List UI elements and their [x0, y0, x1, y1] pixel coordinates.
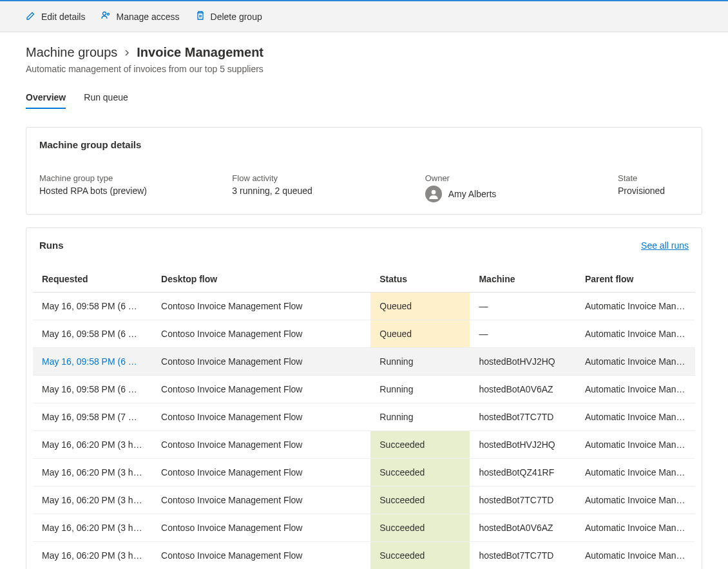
cell-status: Queued	[370, 293, 470, 320]
cell-parent: Automatic Invoice Manage…	[576, 320, 695, 348]
col-header-machine[interactable]: Machine	[470, 266, 575, 293]
trash-icon	[195, 10, 206, 23]
cell-flow: Contoso Invoice Management Flow	[152, 514, 370, 542]
cell-status: Succeeded	[370, 487, 470, 514]
cell-status: Queued	[370, 320, 470, 348]
cell-requested: May 16, 09:58 PM (6 min ago)	[33, 376, 152, 403]
edit-details-button[interactable]: Edit details	[26, 8, 85, 25]
manage-access-button[interactable]: Manage access	[101, 8, 179, 25]
cell-flow: Contoso Invoice Management Flow	[152, 542, 370, 570]
runs-title: Runs	[39, 240, 64, 251]
runs-table: Requested Desktop flow Status Machine Pa…	[33, 266, 695, 569]
table-row[interactable]: May 16, 06:20 PM (3 h ago)Contoso Invoic…	[33, 514, 695, 542]
cell-status: Succeeded	[370, 459, 470, 487]
cell-flow: Contoso Invoice Management Flow	[152, 431, 370, 459]
detail-state: State Provisioned	[618, 173, 689, 202]
table-row[interactable]: May 16, 06:20 PM (3 h ago)Contoso Invoic…	[33, 542, 695, 570]
cell-status: Running	[370, 348, 470, 376]
cell-requested: May 16, 09:58 PM (7 min ago)	[33, 403, 152, 431]
table-row[interactable]: May 16, 06:20 PM (3 h ago)Contoso Invoic…	[33, 487, 695, 514]
table-row[interactable]: May 16, 09:58 PM (6 min ago)Contoso Invo…	[33, 376, 695, 403]
detail-owner-label: Owner	[425, 173, 592, 183]
cell-parent: Automatic Invoice Manage…	[576, 459, 695, 487]
cell-flow: Contoso Invoice Management Flow	[152, 320, 370, 348]
detail-state-label: State	[618, 173, 689, 183]
cell-machine: hostedBotA0V6AZ	[470, 514, 575, 542]
tab-run-queue[interactable]: Run queue	[84, 92, 128, 109]
detail-owner: Owner Amy Alberts	[425, 173, 592, 202]
see-all-runs-link[interactable]: See all runs	[641, 240, 689, 251]
cell-flow: Contoso Invoice Management Flow	[152, 348, 370, 376]
cell-machine: hostedBotQZ41RF	[470, 459, 575, 487]
machine-group-details-card: Machine group details Machine group type…	[26, 127, 702, 215]
cell-status: Succeeded	[370, 514, 470, 542]
people-icon	[101, 10, 111, 23]
cell-machine: —	[470, 320, 575, 348]
cell-parent: Automatic Invoice Manage…	[576, 376, 695, 403]
cell-flow: Contoso Invoice Management Flow	[152, 376, 370, 403]
cell-parent: Automatic Invoice Manage…	[576, 487, 695, 514]
detail-type-label: Machine group type	[39, 173, 206, 183]
edit-details-label: Edit details	[41, 12, 85, 22]
detail-type-value: Hosted RPA bots (preview)	[39, 186, 206, 196]
cell-parent: Automatic Invoice Manage…	[576, 348, 695, 376]
cell-requested: May 16, 06:20 PM (3 h ago)	[33, 431, 152, 459]
runs-card: Runs See all runs Requested Desktop flow…	[26, 227, 702, 569]
cell-parent: Automatic Invoice Manage…	[576, 431, 695, 459]
col-header-parent[interactable]: Parent flow	[576, 266, 695, 293]
table-row[interactable]: May 16, 06:20 PM (3 h ago)Contoso Invoic…	[33, 431, 695, 459]
detail-activity-value: 3 running, 2 queued	[232, 186, 399, 196]
cell-flow: Contoso Invoice Management Flow	[152, 459, 370, 487]
table-row[interactable]: May 16, 09:58 PM (6 min ago)Contoso Invo…	[33, 348, 695, 376]
cell-requested: May 16, 06:20 PM (3 h ago)	[33, 542, 152, 570]
cell-flow: Contoso Invoice Management Flow	[152, 293, 370, 320]
cell-parent: Automatic Invoice Manage…	[576, 514, 695, 542]
detail-state-value: Provisioned	[618, 186, 689, 196]
cell-machine: —	[470, 293, 575, 320]
pencil-icon	[26, 10, 36, 23]
cell-requested: May 16, 06:20 PM (3 h ago)	[33, 459, 152, 487]
svg-point-1	[108, 14, 110, 15]
cell-machine: hostedBot7TC7TD	[470, 487, 575, 514]
delete-group-label: Delete group	[211, 12, 262, 22]
page-title: Invoice Management	[137, 45, 263, 60]
cell-flow: Contoso Invoice Management Flow	[152, 487, 370, 514]
tab-overview[interactable]: Overview	[26, 92, 66, 109]
table-row[interactable]: May 16, 09:58 PM (7 min ago)Contoso Invo…	[33, 403, 695, 431]
table-row[interactable]: May 16, 06:20 PM (3 h ago)Contoso Invoic…	[33, 459, 695, 487]
cell-machine: hostedBotHVJ2HQ	[470, 348, 575, 376]
cell-status: Succeeded	[370, 542, 470, 570]
cell-parent: Automatic Invoice Manage…	[576, 293, 695, 320]
cell-machine: hostedBot7TC7TD	[470, 403, 575, 431]
cell-machine: hostedBot7TC7TD	[470, 542, 575, 570]
cell-requested: May 16, 09:58 PM (6 min ago)	[33, 320, 152, 348]
cell-machine: hostedBotA0V6AZ	[470, 376, 575, 403]
detail-activity-label: Flow activity	[232, 173, 399, 183]
manage-access-label: Manage access	[116, 12, 179, 22]
table-row[interactable]: May 16, 09:58 PM (6 min ago)Contoso Invo…	[33, 293, 695, 320]
breadcrumb: Machine groups Invoice Management	[26, 45, 702, 60]
details-title: Machine group details	[39, 139, 689, 150]
col-header-requested[interactable]: Requested	[33, 266, 152, 293]
tabs: Overview Run queue	[26, 92, 702, 109]
cell-status: Running	[370, 376, 470, 403]
delete-group-button[interactable]: Delete group	[195, 8, 262, 25]
cell-machine: hostedBotHVJ2HQ	[470, 431, 575, 459]
cell-flow: Contoso Invoice Management Flow	[152, 403, 370, 431]
detail-owner-value: Amy Alberts	[448, 189, 497, 199]
avatar	[425, 186, 442, 202]
col-header-status[interactable]: Status	[370, 266, 470, 293]
cell-status: Succeeded	[370, 431, 470, 459]
table-row[interactable]: May 16, 09:58 PM (6 min ago)Contoso Invo…	[33, 320, 695, 348]
col-header-flow[interactable]: Desktop flow	[152, 266, 370, 293]
svg-point-0	[103, 12, 106, 15]
toolbar: Edit details Manage access Delete group	[0, 0, 728, 32]
chevron-right-icon	[124, 48, 130, 58]
cell-status: Running	[370, 403, 470, 431]
cell-parent: Automatic Invoice Manage…	[576, 542, 695, 570]
breadcrumb-parent[interactable]: Machine groups	[26, 45, 117, 60]
svg-point-2	[431, 190, 436, 195]
cell-requested: May 16, 06:20 PM (3 h ago)	[33, 487, 152, 514]
page-description: Automatic management of invoices from ou…	[26, 64, 702, 74]
cell-requested: May 16, 09:58 PM (6 min ago)	[33, 348, 152, 376]
